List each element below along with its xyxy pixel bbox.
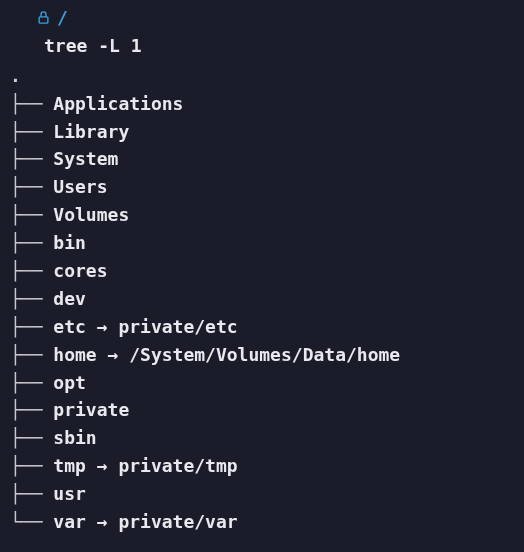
tree-link-target: private/etc: [118, 316, 237, 337]
tree-row: ├── System: [10, 145, 524, 173]
tree-row: ├── Library: [10, 118, 524, 146]
arrow-icon: →: [86, 455, 119, 476]
tree-branch: ├──: [10, 232, 53, 253]
tree-row: ├── tmp → private/tmp: [10, 452, 524, 480]
tree-row: ├── bin: [10, 229, 524, 257]
tree-row: ├── Applications: [10, 90, 524, 118]
tree-item-name: Users: [53, 176, 107, 197]
tree-row: ├── Users: [10, 173, 524, 201]
arrow-icon: →: [86, 511, 119, 532]
tree-branch: ├──: [10, 288, 53, 309]
tree-branch: ├──: [10, 260, 53, 281]
tree-item-name: tmp: [53, 455, 86, 476]
tree-branch: ├──: [10, 176, 53, 197]
tree-row: ├── sbin: [10, 424, 524, 452]
tree-item-name: sbin: [53, 427, 96, 448]
svg-rect-0: [39, 17, 48, 23]
tree-row: └── var → private/var: [10, 508, 524, 536]
command-line[interactable]: tree -L 1: [8, 32, 524, 60]
prompt-line: /: [8, 4, 524, 32]
tree-branch: ├──: [10, 93, 53, 114]
tree-row: ├── etc → private/etc: [10, 313, 524, 341]
tree-row: ├── Volumes: [10, 201, 524, 229]
tree-branch: ├──: [10, 372, 53, 393]
tree-item-name: dev: [53, 288, 86, 309]
tree-branch: ├──: [10, 204, 53, 225]
tree-branch: ├──: [10, 455, 53, 476]
tree-item-name: etc: [53, 316, 86, 337]
tree-row: ├── cores: [10, 257, 524, 285]
tree-item-name: Volumes: [53, 204, 129, 225]
tree-item-name: opt: [53, 372, 86, 393]
tree-item-name: cores: [53, 260, 107, 281]
arrow-icon: →: [86, 316, 119, 337]
prompt-path: /: [57, 4, 68, 32]
tree-item-name: home: [53, 344, 96, 365]
tree-branch: ├──: [10, 399, 53, 420]
lock-icon: [36, 10, 51, 25]
tree-link-target: /System/Volumes/Data/home: [129, 344, 400, 365]
tree-branch: └──: [10, 511, 53, 532]
tree-branch: ├──: [10, 121, 53, 142]
tree-root: .: [10, 62, 524, 90]
command-text: tree -L 1: [44, 35, 142, 56]
tree-branch: ├──: [10, 427, 53, 448]
tree-branch: ├──: [10, 483, 53, 504]
tree-item-name: Library: [53, 121, 129, 142]
arrow-icon: →: [97, 344, 130, 365]
tree-link-target: private/var: [118, 511, 237, 532]
tree-item-name: Applications: [53, 93, 183, 114]
tree-branch: ├──: [10, 344, 53, 365]
tree-item-name: var: [53, 511, 86, 532]
tree-row: ├── home → /System/Volumes/Data/home: [10, 341, 524, 369]
tree-item-name: bin: [53, 232, 86, 253]
tree-link-target: private/tmp: [118, 455, 237, 476]
tree-row: ├── opt: [10, 369, 524, 397]
tree-row: ├── usr: [10, 480, 524, 508]
tree-output: . ├── Applications├── Library├── System├…: [8, 62, 524, 536]
tree-item-name: System: [53, 148, 118, 169]
tree-item-name: usr: [53, 483, 86, 504]
tree-branch: ├──: [10, 316, 53, 337]
tree-row: ├── private: [10, 396, 524, 424]
tree-item-name: private: [53, 399, 129, 420]
tree-branch: ├──: [10, 148, 53, 169]
tree-row: ├── dev: [10, 285, 524, 313]
